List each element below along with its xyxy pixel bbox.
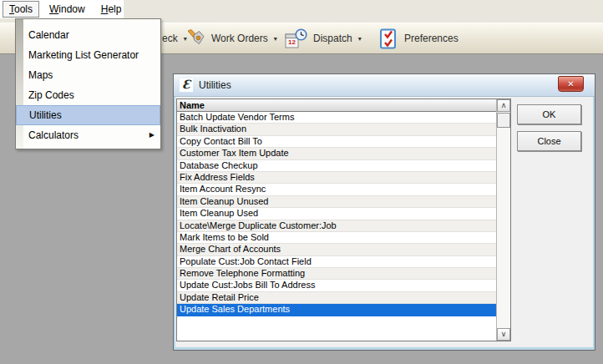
app-logo-icon: Ɛ	[180, 78, 193, 92]
menu-tools[interactable]: Tools	[3, 1, 39, 18]
list-item[interactable]: Item Account Resync	[177, 184, 496, 195]
list-item[interactable]: Item Cleanup Used	[177, 208, 496, 220]
vertical-scrollbar: ∧ ∨	[496, 99, 510, 341]
calculators-label: Calculators	[28, 129, 79, 141]
hammer-icon	[185, 28, 205, 48]
calendar-clock-icon: 12	[285, 28, 307, 49]
list-item[interactable]: Copy Contact Bill To	[177, 136, 496, 148]
list-item[interactable]: Remove Telephone Formatting	[177, 268, 496, 280]
utilities-listbox: Name Batch Update Vendor Terms Bulk Inac…	[176, 99, 511, 341]
menu-item-calculators[interactable]: Calculators▶	[16, 125, 160, 145]
list-header-name[interactable]: Name	[177, 99, 496, 112]
scroll-up-button[interactable]: ∧	[497, 99, 510, 112]
list-item[interactable]: Merge Chart of Accounts	[177, 244, 496, 255]
check-button-label: eck	[162, 33, 178, 44]
list-item-selected[interactable]: Update Sales Departments	[177, 304, 496, 316]
list-item[interactable]: Database Checkup	[177, 160, 496, 172]
list-item[interactable]: Mark Items to be Sold	[177, 232, 496, 244]
dispatch-button[interactable]: 12 Dispatch ▾	[285, 23, 362, 53]
dialog-titlebar[interactable]: Ɛ Utilities ✕	[174, 74, 595, 97]
dispatch-label: Dispatch	[313, 33, 352, 44]
preferences-button[interactable]: Preferences	[378, 23, 459, 53]
chevron-down-icon: ▾	[358, 34, 362, 43]
list-item[interactable]: Locate\Merge Duplicate Customer:Job	[177, 220, 496, 232]
menu-item-utilities[interactable]: Utilities	[16, 105, 160, 125]
menu-item-calendar[interactable]: Calendar	[16, 25, 160, 45]
list-item[interactable]: Fix Address Fields	[177, 172, 496, 184]
menu-tools-rest: ools	[14, 3, 33, 15]
close-button[interactable]: Close	[517, 131, 581, 151]
utilities-dialog: Ɛ Utilities ✕ Name Batch Update Vendor T…	[173, 73, 595, 351]
list-item[interactable]: Item Cleanup Unused	[177, 196, 496, 208]
menu-window-rest: indow	[58, 3, 84, 15]
list-item[interactable]: Batch Update Vendor Terms	[177, 112, 496, 124]
ok-button[interactable]: OK	[517, 104, 581, 124]
list-item[interactable]: Update Retail Price	[177, 292, 496, 304]
check-dropdown-button[interactable]: eck ▾	[162, 23, 187, 53]
list-item[interactable]: Bulk Inactivation	[177, 124, 496, 135]
list-item[interactable]: Update Cust:Jobs Bill To Address	[177, 280, 496, 291]
checklist-icon	[378, 28, 398, 49]
list-item[interactable]: Populate Cust:Job Contact Field	[177, 256, 496, 268]
dialog-title: Utilities	[199, 79, 231, 91]
menu-window[interactable]: Window	[43, 2, 91, 17]
scrollbar-thumb[interactable]	[497, 113, 510, 128]
list-column: Name Batch Update Vendor Terms Bulk Inac…	[177, 99, 496, 341]
work-orders-label: Work Orders	[211, 33, 268, 44]
preferences-label: Preferences	[404, 33, 459, 44]
menu-item-zip-codes[interactable]: Zip Codes	[16, 85, 160, 105]
tools-dropdown-menu: Calendar Marketing List Generator Maps Z…	[15, 18, 161, 149]
scroll-down-button[interactable]: ∨	[497, 328, 510, 341]
menu-bar: Tools Window Help	[0, 0, 124, 18]
menu-help[interactable]: Help	[95, 2, 128, 17]
scrollbar-track[interactable]	[497, 128, 510, 328]
menu-help-rest: elp	[108, 3, 121, 15]
menu-item-maps[interactable]: Maps	[16, 65, 160, 85]
chevron-down-icon: ▾	[274, 34, 277, 43]
close-window-button[interactable]: ✕	[558, 76, 584, 92]
menu-item-marketing-list-generator[interactable]: Marketing List Generator	[16, 45, 160, 65]
dialog-body: Name Batch Update Vendor Terms Bulk Inac…	[174, 97, 595, 350]
work-orders-button[interactable]: Work Orders ▾	[185, 23, 277, 53]
menu-window-key: W	[49, 3, 58, 15]
list-item[interactable]: Customer Tax Item Update	[177, 148, 496, 159]
svg-text:12: 12	[288, 38, 296, 46]
submenu-arrow-icon: ▶	[149, 125, 155, 145]
